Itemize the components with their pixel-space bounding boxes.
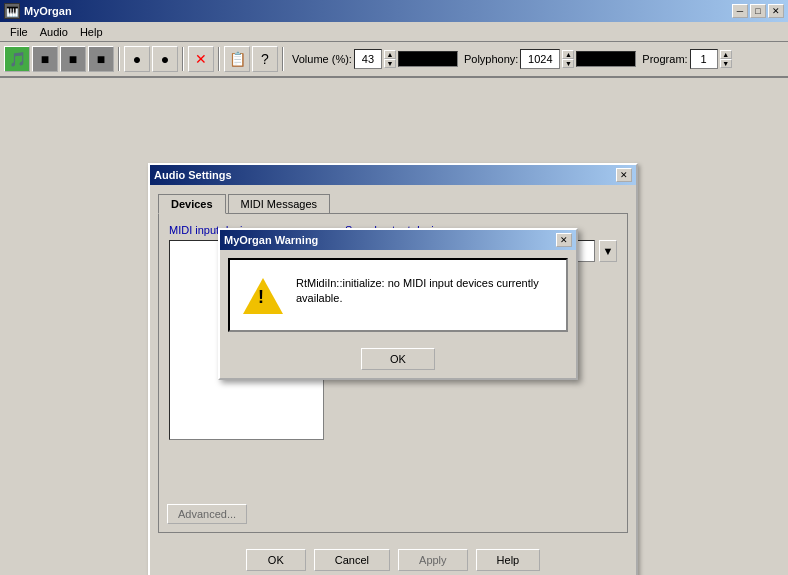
audio-settings-close-button[interactable]: ✕ [616,168,632,182]
audio-settings-title: Audio Settings [154,169,232,181]
main-area: Audio Settings ✕ Devices MIDI Messages M… [0,78,788,533]
ok-button[interactable]: OK [246,549,306,571]
warning-triangle-icon [243,278,283,314]
menu-bar: File Audio Help [0,22,788,42]
warning-title-bar: MyOrgan Warning ✕ [220,230,576,250]
dialog-buttons: OK Cancel Apply Help [150,541,636,575]
toolbar-stop-button[interactable]: ✕ [188,46,214,72]
polyphony-spinner[interactable]: ▲ ▼ [562,50,574,68]
toolbar-settings-button[interactable]: 📋 [224,46,250,72]
toolbar-play-button[interactable]: ● [124,46,150,72]
warning-ok-button[interactable]: OK [361,348,435,370]
warning-icon-wrapper [242,276,284,314]
tab-devices[interactable]: Devices [158,194,226,214]
warning-message: RtMidiIn::initialize: no MIDI input devi… [296,276,554,307]
toolbar: 🎵 ■ ■ ■ ● ● ✕ 📋 ? Volume (%): 43 ▲ ▼ Pol… [0,42,788,78]
warning-buttons: OK [220,340,576,378]
warning-title: MyOrgan Warning [224,234,318,246]
help-button[interactable]: Help [476,549,541,571]
warning-dialog: MyOrgan Warning ✕ RtMidiIn::initialize: … [218,228,578,380]
polyphony-up[interactable]: ▲ [562,50,574,59]
toolbar-btn2[interactable]: ■ [32,46,58,72]
menu-help[interactable]: Help [74,24,109,40]
volume-bar [398,51,458,67]
volume-down[interactable]: ▼ [384,59,396,68]
maximize-button[interactable]: □ [750,4,766,18]
volume-spinner[interactable]: ▲ ▼ [384,50,396,68]
app-icon: 🎹 [4,3,20,19]
polyphony-down[interactable]: ▼ [562,59,574,68]
volume-label: Volume (%): [292,53,352,65]
toolbar-play2-button[interactable]: ● [152,46,178,72]
program-down[interactable]: ▼ [720,59,732,68]
warning-content: RtMidiIn::initialize: no MIDI input devi… [228,258,568,332]
app-title-bar: 🎹 MyOrgan ─ □ ✕ [0,0,788,22]
sound-dropdown-arrow[interactable]: ▼ [599,240,617,262]
program-spinner[interactable]: ▲ ▼ [720,50,732,68]
menu-audio[interactable]: Audio [34,24,74,40]
polyphony-value: 1024 [520,49,560,69]
toolbar-help-button[interactable]: ? [252,46,278,72]
warning-close-button[interactable]: ✕ [556,233,572,247]
polyphony-bar [576,51,636,67]
toolbar-sep3 [218,47,220,71]
toolbar-sep2 [182,47,184,71]
toolbar-new-button[interactable]: 🎵 [4,46,30,72]
program-label: Program: [642,53,687,65]
polyphony-label: Polyphony: [464,53,518,65]
program-value: 1 [690,49,718,69]
minimize-button[interactable]: ─ [732,4,748,18]
tab-midi-messages[interactable]: MIDI Messages [228,194,330,214]
toolbar-sep1 [118,47,120,71]
program-up[interactable]: ▲ [720,50,732,59]
cancel-button[interactable]: Cancel [314,549,390,571]
toolbar-btn3[interactable]: ■ [60,46,86,72]
tab-bar: Devices MIDI Messages [158,193,628,213]
menu-file[interactable]: File [4,24,34,40]
close-button[interactable]: ✕ [768,4,784,18]
volume-up[interactable]: ▲ [384,50,396,59]
volume-value: 43 [354,49,382,69]
advanced-button[interactable]: Advanced... [167,504,247,524]
toolbar-sep4 [282,47,284,71]
app-title: MyOrgan [24,5,72,17]
apply-button[interactable]: Apply [398,549,468,571]
audio-settings-title-bar: Audio Settings ✕ [150,165,636,185]
toolbar-btn4[interactable]: ■ [88,46,114,72]
